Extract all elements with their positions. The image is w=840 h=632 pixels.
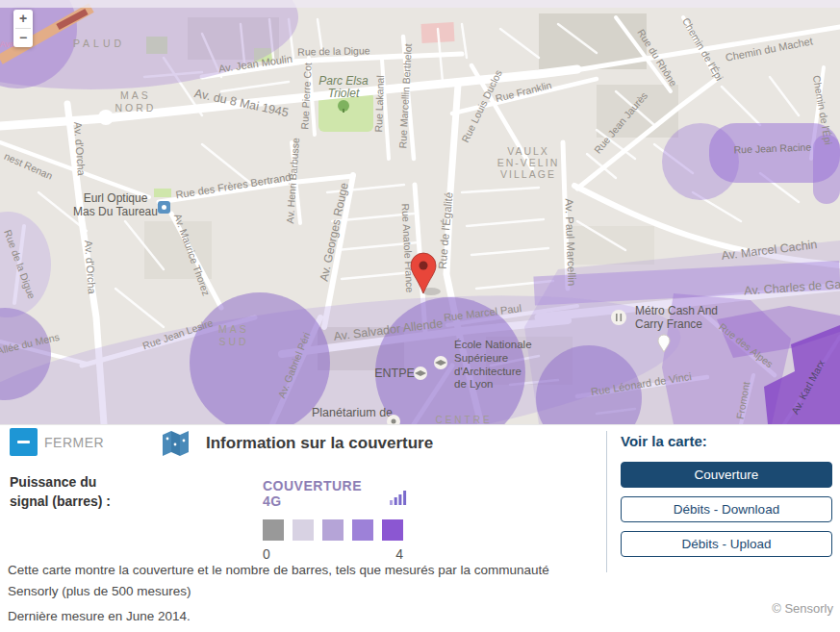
district-label: MAS <box>218 323 249 335</box>
shop-icon <box>158 201 170 214</box>
close-panel-label[interactable]: FERMER <box>44 435 104 450</box>
debits-download-button[interactable]: Débits - Download <box>621 496 832 522</box>
legend-swatch <box>293 519 314 541</box>
panel-title: Information sur la couverture <box>206 434 433 453</box>
signal-bars-icon <box>390 490 407 509</box>
minus-icon <box>17 441 30 443</box>
legend-swatch <box>322 519 344 541</box>
district-label: VAULX <box>507 145 549 157</box>
district-label: SUD <box>218 336 248 347</box>
district-label: EN-VELIN <box>497 157 559 168</box>
street-label: Parc Elsa <box>318 74 369 88</box>
map-zoom-control: + − <box>13 10 33 47</box>
legend-swatch <box>382 519 403 541</box>
panel-description: Cette carte montre la couverture et le n… <box>8 560 598 627</box>
zoom-out-button[interactable]: − <box>13 29 33 47</box>
poi-label: Supérieure <box>454 352 508 364</box>
poi-label: Mas Du Taureau <box>73 205 158 218</box>
poi-label: ENTPE <box>374 367 415 380</box>
legend-swatches <box>263 519 407 541</box>
sidebar-heading: Voir la carte: <box>621 433 832 449</box>
street-label: Triolet <box>328 87 360 100</box>
district-label: PALUD <box>73 38 125 49</box>
street-label: Rue Lakanal <box>372 75 386 132</box>
district-label: VILLAGE <box>500 168 556 180</box>
coverage-legend: COUVERTURE 4G 0 4 <box>263 478 407 562</box>
legend-swatch <box>352 519 373 541</box>
map-icon <box>161 429 190 462</box>
close-panel-button[interactable] <box>10 428 38 456</box>
debits-upload-button[interactable]: Débits - Upload <box>621 531 832 557</box>
couverture-button[interactable]: Couverture <box>621 462 832 488</box>
poi-label: Carry France <box>635 317 702 331</box>
district-label: MAS <box>120 89 151 101</box>
poi-label: Eurl Optique <box>84 191 148 205</box>
coverage-map[interactable]: PALUDMASNORDVAULXEN-VELINVILLAGEMASSUDCE… <box>0 0 840 424</box>
poi-label: d'Architecture <box>454 366 522 377</box>
description-line-2: Dernière mesure en June 2014. <box>8 606 598 627</box>
zoom-in-button[interactable]: + <box>13 10 33 28</box>
school-icon <box>434 356 447 369</box>
panel-divider <box>606 431 607 572</box>
district-label: CENTRE <box>435 415 492 424</box>
legend-heading: Puissance du signal (barres) : <box>10 472 111 512</box>
poi-label: de Lyon <box>454 378 494 390</box>
street-label: Rue de la Digue <box>297 44 370 57</box>
poi-label: École Nationale <box>454 339 532 350</box>
poi-label: Métro Cash And <box>635 304 718 317</box>
district-label: NORD <box>115 102 157 114</box>
sensorly-coverage-app: PALUDMASNORDVAULXEN-VELINVILLAGEMASSUDCE… <box>0 0 840 632</box>
map-layer-sidebar: Voir la carte: Couverture Débits - Downl… <box>621 433 832 566</box>
copyright-label: © Sensorly <box>772 601 833 616</box>
restaurant-icon <box>611 310 626 325</box>
poi-label: Planétarium de <box>312 406 393 419</box>
description-line-1: Cette carte montre la couverture et le n… <box>8 560 598 601</box>
school-icon <box>414 367 427 380</box>
map-canvas: PALUDMASNORDVAULXEN-VELINVILLAGEMASSUDCE… <box>0 0 840 424</box>
legend-swatch <box>263 519 284 541</box>
coverage-info-panel: FERMER Information sur la couverture Pui… <box>0 424 840 632</box>
coverage-4g-label: COUVERTURE 4G <box>263 478 376 509</box>
